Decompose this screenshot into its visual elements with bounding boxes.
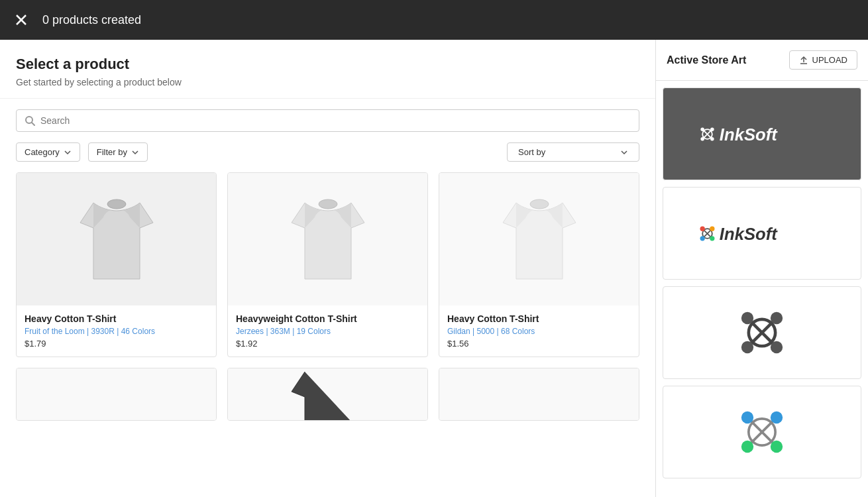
svg-point-30 xyxy=(771,341,783,353)
chevron-down-icon xyxy=(64,148,72,156)
svg-text:InkSoft: InkSoft xyxy=(720,224,778,243)
svg-point-20 xyxy=(710,226,714,231)
svg-point-29 xyxy=(741,341,753,353)
product-sku: 5000 xyxy=(476,327,494,336)
art-list: InkSoft InkSoft xyxy=(656,81,868,497)
product-image xyxy=(17,368,216,421)
art-item[interactable] xyxy=(663,286,861,379)
svg-point-21 xyxy=(700,236,705,241)
chevron-down-icon xyxy=(131,148,139,156)
product-meta: Fruit of the Loom | 3930R | 46 Colors xyxy=(25,327,208,336)
product-price: $1.79 xyxy=(25,339,208,349)
product-info: Heavyweight Cotton T-Shirt Jerzees | 363… xyxy=(228,305,427,357)
product-info: Heavy Cotton T-Shirt Fruit of the Loom |… xyxy=(17,305,216,357)
product-sku: 3930R xyxy=(91,327,115,336)
svg-point-27 xyxy=(741,312,753,324)
svg-point-35 xyxy=(771,412,783,423)
search-bar xyxy=(16,109,639,132)
product-card[interactable] xyxy=(227,368,428,421)
filter-bar: Category Filter by Sort by xyxy=(0,142,655,172)
art-item[interactable] xyxy=(663,386,861,478)
panel-heading: Select a product xyxy=(16,56,639,73)
svg-point-13 xyxy=(700,137,704,141)
filter-by-label: Filter by xyxy=(97,147,127,157)
product-image xyxy=(17,173,216,305)
product-name: Heavyweight Cotton T-Shirt xyxy=(236,313,419,324)
right-panel: Active Store Art UPLOAD xyxy=(656,40,868,497)
right-panel-title: Active Store Art xyxy=(667,54,746,66)
svg-line-3 xyxy=(32,123,34,125)
product-name: Heavy Cotton T-Shirt xyxy=(25,313,208,324)
product-image xyxy=(439,173,639,305)
upload-label: UPLOAD xyxy=(812,55,847,65)
art-item[interactable]: InkSoft xyxy=(663,87,861,180)
product-colors: 68 Colors xyxy=(501,327,535,336)
sort-by-label: Sort by xyxy=(518,147,545,157)
chevron-down-icon xyxy=(620,148,628,156)
product-price: $1.92 xyxy=(236,339,419,349)
product-grid-inner: Heavy Cotton T-Shirt Fruit of the Loom |… xyxy=(16,172,639,421)
product-card[interactable] xyxy=(16,368,217,421)
product-card[interactable]: Heavyweight Cotton T-Shirt Jerzees | 363… xyxy=(227,172,428,357)
product-card[interactable]: Heavy Cotton T-Shirt Gildan | 5000 | 68 … xyxy=(439,172,639,357)
art-item[interactable]: InkSoft xyxy=(663,187,861,280)
panel-header: Select a product Get started by selectin… xyxy=(0,40,655,99)
search-icon xyxy=(25,115,35,126)
panel-subheading: Get started by selecting a product below xyxy=(16,77,639,87)
product-colors: 19 Colors xyxy=(297,327,331,336)
product-card[interactable] xyxy=(439,368,639,421)
category-button[interactable]: Category xyxy=(16,142,80,162)
top-bar-title: 0 products created xyxy=(42,13,141,27)
svg-point-34 xyxy=(741,412,753,423)
product-colors: 46 Colors xyxy=(121,327,155,336)
svg-text:InkSoft: InkSoft xyxy=(720,125,778,143)
product-image xyxy=(228,173,427,305)
svg-point-6 xyxy=(530,199,549,209)
product-image xyxy=(228,368,427,421)
svg-point-12 xyxy=(710,127,714,131)
product-image xyxy=(439,368,639,421)
product-brand: Fruit of the Loom xyxy=(25,327,85,336)
svg-point-19 xyxy=(700,226,705,231)
product-sku: 363M xyxy=(270,327,290,336)
product-meta: Jerzees | 363M | 19 Colors xyxy=(236,327,419,336)
category-label: Category xyxy=(25,147,60,157)
left-panel: Select a product Get started by selectin… xyxy=(0,40,656,497)
svg-point-28 xyxy=(771,312,783,324)
svg-point-4 xyxy=(107,199,126,209)
filter-by-button[interactable]: Filter by xyxy=(88,142,148,162)
product-brand: Gildan xyxy=(447,327,470,336)
close-button[interactable] xyxy=(11,9,32,30)
product-meta: Gildan | 5000 | 68 Colors xyxy=(447,327,631,336)
product-brand: Jerzees xyxy=(236,327,264,336)
svg-point-37 xyxy=(771,441,783,453)
upload-icon xyxy=(799,56,808,65)
product-info: Heavy Cotton T-Shirt Gildan | 5000 | 68 … xyxy=(439,305,639,357)
main-content: Select a product Get started by selectin… xyxy=(0,40,868,497)
upload-button[interactable]: UPLOAD xyxy=(789,50,857,70)
top-bar: 0 products created xyxy=(0,0,868,40)
svg-point-36 xyxy=(741,441,753,453)
svg-point-5 xyxy=(319,199,337,209)
svg-point-22 xyxy=(710,236,714,241)
right-panel-header: Active Store Art UPLOAD xyxy=(656,40,868,81)
product-name: Heavy Cotton T-Shirt xyxy=(447,313,631,324)
svg-point-11 xyxy=(700,127,704,131)
svg-point-14 xyxy=(710,137,714,141)
product-grid: Heavy Cotton T-Shirt Fruit of the Loom |… xyxy=(0,172,655,497)
product-price: $1.56 xyxy=(447,339,631,349)
search-input[interactable] xyxy=(40,115,631,126)
product-card[interactable]: Heavy Cotton T-Shirt Fruit of the Loom |… xyxy=(16,172,217,357)
sort-by-button[interactable]: Sort by xyxy=(507,142,639,162)
